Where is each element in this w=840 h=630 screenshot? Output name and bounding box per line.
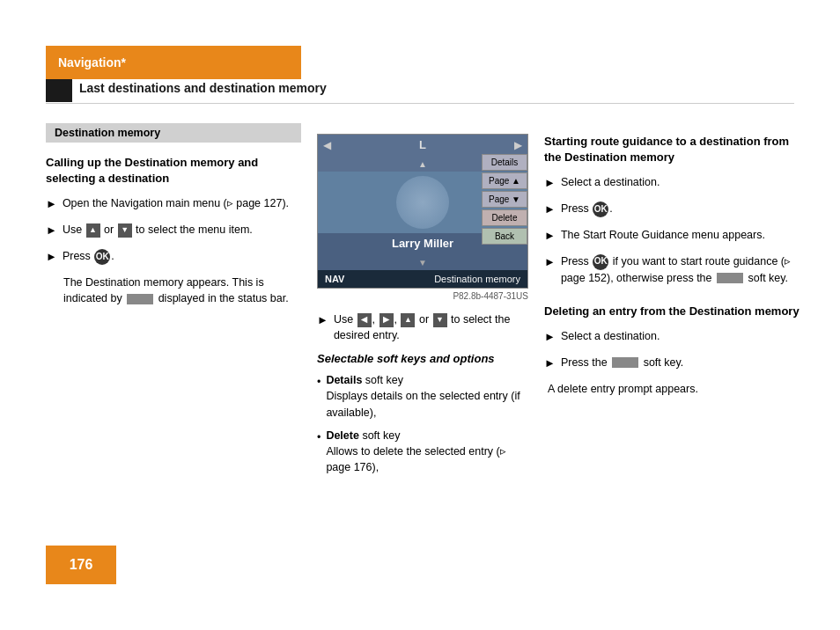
soft-key-dot-2: • (317, 429, 321, 445)
right-bullet-arrow-2-2: ► (544, 355, 556, 372)
section-title: Last destinations and destination memory (79, 81, 327, 95)
nav-right-arrow-icon[interactable]: ▶ (514, 139, 522, 151)
nav-screen-image: ◀ L ▶ ▲ Larry Miller ▼ Details (317, 134, 528, 482)
right-column: Starting route guidance to a destination… (544, 134, 799, 414)
right-arrow-icon2: ▶ (379, 313, 394, 327)
bullet-item-2: ► Use ▲ or ▼ to select the menu item. (46, 222, 301, 239)
delete-button[interactable]: Delete (482, 209, 527, 226)
ok-button-icon-2[interactable]: OK (593, 201, 608, 217)
right-bullet-text-1-2: Press OK. (561, 201, 799, 217)
center-bullet-text: Use ◀, ▶, ▲ or ▼ to select the desired e… (334, 311, 528, 343)
soft-keys-title: Selectable soft keys and options (317, 352, 528, 365)
right-bullet-text-1-1: Select a destination. (561, 174, 799, 190)
left-arrow-icon: ◀ (357, 313, 372, 327)
soft-key-label-1: Details (326, 374, 362, 386)
soft-key-text-2: Delete soft keyAllows to delete the sele… (326, 428, 528, 475)
bullet-arrow-3: ► (46, 249, 57, 266)
right-bullet-1-1: ► Select a destination. (544, 174, 799, 192)
right-section-2: Deleting an entry from the Destination m… (544, 304, 799, 397)
center-bullet-area: ► Use ◀, ▶, ▲ or ▼ to select the desired… (317, 311, 528, 343)
indented-explanation: The Destination memory appears. This is … (63, 275, 301, 306)
nav-bottom-bar: NAV Destination memory (318, 270, 527, 288)
delete-key-placeholder (612, 357, 638, 368)
right-bullet-2-2: ► Press the soft key. (544, 355, 799, 372)
right-bullet-text-2-1: Select a destination. (561, 328, 799, 344)
nav-letter-display: L (419, 138, 426, 151)
back-button[interactable]: Back (482, 228, 527, 245)
right-bullet-text-1-3: The Start Route Guidance menu appears. (561, 227, 799, 243)
up-arrow-icon: ▲ (86, 223, 100, 238)
right-bullet-arrow-1-4: ► (544, 254, 556, 271)
bullet-item-3: ► Press OK. (46, 248, 301, 266)
right-bullet-arrow-2-1: ► (544, 329, 556, 346)
bullet-arrow-1: ► (46, 196, 57, 213)
right-bullet-1-4: ► Press OK if you want to start route gu… (544, 253, 799, 286)
right-section-1-title: Starting route guidance to a destination… (544, 134, 799, 165)
soft-keys-section: Selectable soft keys and options • Detai… (317, 352, 528, 475)
soft-key-text-1: Details soft keyDisplays details on the … (326, 372, 528, 420)
right-bullet-arrow-1-2: ► (544, 201, 556, 218)
right-bullet-2-1: ► Select a destination. (544, 328, 799, 346)
right-section-2-title: Deleting an entry from the Destination m… (544, 304, 799, 319)
right-section-2-desc: A delete entry prompt appears. (548, 381, 799, 397)
down-arrow-icon: ▼ (118, 223, 132, 238)
bullet-text-3: Press OK. (63, 248, 301, 265)
nav-side-buttons: Details Page ▲ Page ▼ Delete Back (482, 154, 527, 245)
page-a-button[interactable]: Page ▲ (482, 172, 527, 189)
soft-key-placeholder (717, 273, 743, 283)
nav-left-arrow-icon[interactable]: ◀ (323, 139, 331, 151)
right-bullet-1-2: ► Press OK. (544, 201, 799, 218)
bullet-item-1: ► Open the Navigation main menu (▹ page … (46, 195, 301, 213)
nav-screen: ◀ L ▶ ▲ Larry Miller ▼ Details (317, 134, 528, 289)
status-bar-indicator (127, 294, 153, 304)
right-bullet-arrow-1-3: ► (544, 228, 556, 245)
nav-dest-memory-label: Destination memory (434, 274, 520, 284)
soft-key-dot-1: • (317, 374, 321, 390)
right-bullet-arrow-1-1: ► (544, 175, 556, 192)
section-divider (46, 103, 794, 104)
right-section-1: Starting route guidance to a destination… (544, 134, 799, 286)
right-bullet-text-1-4: Press OK if you want to start route guid… (561, 253, 799, 286)
nav-nav-label: NAV (325, 274, 344, 284)
ok-button-icon-3[interactable]: OK (593, 254, 608, 270)
soft-key-item-1: • Details soft keyDisplays details on th… (317, 372, 528, 420)
left-subsection-title: Calling up the Destination memory and se… (46, 155, 301, 187)
nav-map-circle (396, 176, 449, 229)
bullet-text-2: Use ▲ or ▼ to select the menu item. (63, 222, 301, 238)
footer-page-box: 176 (46, 546, 116, 584)
page-number: 176 (70, 557, 93, 573)
nav-triangle-down: ▼ (418, 258, 427, 267)
up-arrow-icon2: ▲ (401, 313, 415, 327)
bullet-arrow-2: ► (46, 223, 57, 239)
center-bullet-arrow: ► (317, 312, 328, 329)
nav-triangle-up: ▲ (418, 159, 427, 169)
ok-button-icon[interactable]: OK (94, 249, 110, 265)
center-bullet-1: ► Use ◀, ▶, ▲ or ▼ to select the desired… (317, 311, 528, 343)
soft-key-item-2: • Delete soft keyAllows to delete the se… (317, 428, 528, 475)
section-black-bar (46, 79, 72, 102)
image-caption: P82.8b-4487-31US (317, 291, 528, 301)
header-orange-bar: Navigation* (46, 46, 301, 79)
header-title: Navigation* (58, 55, 126, 70)
dest-memory-label: Destination memory (46, 123, 301, 143)
bullet-text-1: Open the Navigation main menu (▹ page 12… (63, 195, 301, 211)
soft-key-label-2: Delete (326, 429, 359, 442)
page-v-button[interactable]: Page ▼ (482, 191, 527, 208)
right-bullet-1-3: ► The Start Route Guidance menu appears. (544, 227, 799, 245)
left-column: Destination memory Calling up the Destin… (46, 123, 301, 313)
down-arrow-icon2: ▼ (433, 313, 447, 327)
right-bullet-text-2-2: Press the soft key. (561, 355, 799, 370)
details-button[interactable]: Details (482, 154, 527, 171)
nav-screen-top-bar: ◀ L ▶ (318, 135, 527, 155)
